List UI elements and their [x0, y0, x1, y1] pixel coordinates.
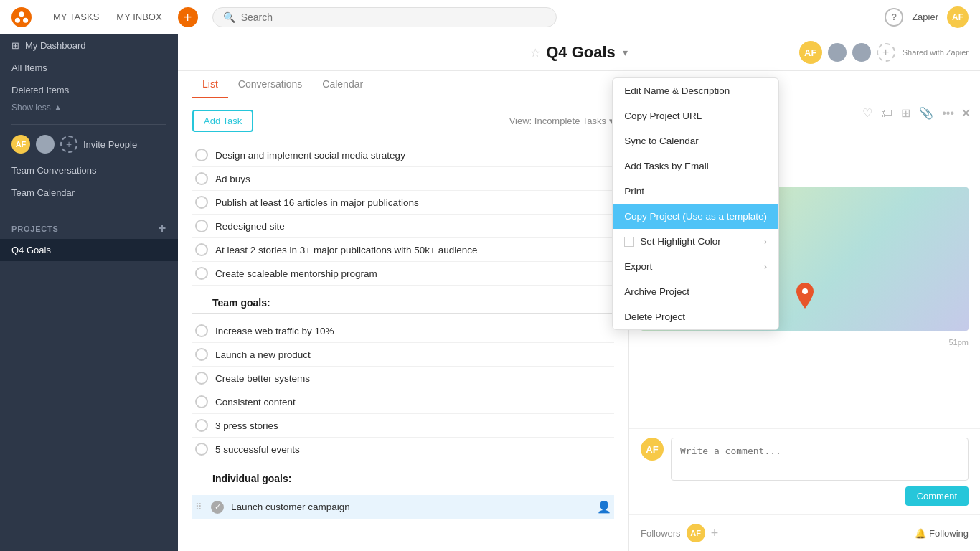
- projects-section: PROJECTS + Q4 Goals: [0, 209, 178, 261]
- my-tasks-link[interactable]: MY TASKS: [52, 9, 100, 25]
- add-task-button[interactable]: Add Task: [192, 110, 253, 132]
- task-item[interactable]: 5 successful events: [192, 438, 614, 461]
- project-dropdown-menu: Edit Name & Description Copy Project URL…: [612, 77, 779, 330]
- task-item[interactable]: Create scaleable mentorship program: [192, 262, 614, 286]
- task-check[interactable]: [195, 196, 208, 209]
- task-check[interactable]: [195, 419, 208, 432]
- task-actions: Add Task View: Incomplete Tasks ▾: [192, 110, 614, 132]
- menu-item-sync-calendar[interactable]: Sync to Calendar: [613, 128, 778, 154]
- team-goals-section-header: Team goals:: [212, 297, 614, 309]
- tag-icon[interactable]: 🏷: [879, 105, 895, 122]
- tab-list[interactable]: List: [192, 71, 228, 98]
- asana-logo[interactable]: [11, 7, 32, 27]
- task-item[interactable]: Redesigned site: [192, 215, 614, 238]
- sidebar-item-team-calendar[interactable]: Team Calendar: [0, 182, 178, 204]
- project-title: Q4 Goals: [546, 43, 616, 62]
- project-member-avatar-1: [828, 43, 847, 62]
- add-member-btn[interactable]: +: [877, 43, 895, 62]
- task-list-area: Add Task View: Incomplete Tasks ▾ Design…: [178, 98, 628, 551]
- menu-item-print[interactable]: Print: [613, 179, 778, 204]
- attach-icon[interactable]: 📎: [917, 104, 936, 122]
- grid-icon[interactable]: ⊞: [899, 104, 913, 122]
- task-check[interactable]: [195, 243, 208, 256]
- following-button[interactable]: 🔔 Following: [915, 528, 969, 539]
- task-item[interactable]: At least 2 stories in 3+ major publicati…: [192, 238, 614, 262]
- menu-item-export[interactable]: Export ›: [613, 254, 778, 279]
- star-icon[interactable]: ☆: [530, 46, 540, 60]
- svg-point-2: [15, 17, 20, 22]
- project-header: ☆ Q4 Goals ▾ AF + Shared with Zapier: [178, 34, 980, 71]
- task-check[interactable]: [195, 372, 208, 385]
- sidebar-item-deleted[interactable]: Deleted Items: [0, 79, 178, 101]
- followers-label: Followers: [641, 528, 681, 539]
- invite-people-label[interactable]: Invite People: [83, 139, 137, 150]
- comment-button[interactable]: Comment: [905, 486, 969, 506]
- sidebar-item-team-conversations[interactable]: Team Conversations: [0, 159, 178, 182]
- task-item[interactable]: Ad buys: [192, 167, 614, 191]
- search-bar: 🔍: [212, 7, 557, 27]
- task-check[interactable]: [195, 220, 208, 232]
- top-nav: MY TASKS MY INBOX + 🔍 ? Zapier AF: [0, 0, 980, 34]
- menu-item-delete[interactable]: Delete Project: [613, 304, 778, 329]
- my-inbox-link[interactable]: MY INBOX: [115, 9, 163, 25]
- task-check[interactable]: [195, 267, 208, 280]
- add-project-icon[interactable]: +: [159, 221, 166, 236]
- task-check[interactable]: [195, 443, 208, 456]
- task-check[interactable]: [195, 149, 208, 161]
- task-check[interactable]: [195, 172, 208, 185]
- timestamp-label: 51pm: [641, 338, 969, 347]
- comment-input[interactable]: [671, 438, 969, 481]
- menu-item-highlight-color[interactable]: Set Highlight Color ›: [613, 229, 778, 254]
- assign-icon[interactable]: 👤: [597, 500, 611, 514]
- project-menu-chevron[interactable]: ▾: [623, 47, 628, 58]
- menu-item-add-tasks-email[interactable]: Add Tasks by Email: [613, 154, 778, 179]
- user-avatar[interactable]: AF: [947, 6, 969, 28]
- task-check[interactable]: [195, 324, 208, 337]
- section-divider: [192, 313, 614, 314]
- project-owner-avatar: AF: [799, 41, 822, 64]
- task-item[interactable]: Launch a new product: [192, 343, 614, 367]
- close-icon[interactable]: ✕: [961, 105, 971, 121]
- svg-point-4: [802, 288, 808, 294]
- menu-item-copy-url[interactable]: Copy Project URL: [613, 103, 778, 128]
- task-check-completed[interactable]: ✓: [211, 501, 224, 514]
- follower-avatar: AF: [687, 524, 705, 542]
- menu-item-copy-template[interactable]: Copy Project (Use as a template): [613, 204, 778, 229]
- add-follower-icon[interactable]: +: [711, 526, 719, 541]
- help-button[interactable]: ?: [885, 8, 903, 27]
- section-divider: [192, 489, 614, 489]
- sidebar-item-dashboard[interactable]: ⊞ My Dashboard: [0, 34, 178, 57]
- color-box-icon: [624, 237, 634, 247]
- task-item[interactable]: 3 press stories: [192, 414, 614, 438]
- drag-handle-icon[interactable]: ⠿: [195, 501, 202, 512]
- more-icon[interactable]: •••: [940, 105, 956, 122]
- sidebar-divider: [11, 124, 166, 125]
- tab-calendar[interactable]: Calendar: [312, 71, 373, 98]
- search-input[interactable]: [241, 11, 546, 23]
- invite-plus-btn[interactable]: +: [60, 136, 77, 153]
- sidebar-item-q4-goals[interactable]: Q4 Goals: [0, 239, 178, 261]
- heart-icon[interactable]: ♡: [860, 104, 875, 122]
- sidebar-item-all-items[interactable]: All Items: [0, 57, 178, 79]
- commenter-avatar: AF: [641, 438, 664, 461]
- comment-actions: Comment: [641, 486, 969, 506]
- invite-people-section: AF + Invite People: [0, 129, 178, 159]
- menu-item-edit-name[interactable]: Edit Name & Description: [613, 78, 778, 103]
- task-check[interactable]: [195, 348, 208, 361]
- view-filter-btn[interactable]: View: Incomplete Tasks ▾: [509, 116, 614, 126]
- task-item[interactable]: Increase web traffic by 10%: [192, 319, 614, 343]
- task-item-highlighted[interactable]: ⠿ ✓ Launch customer campaign 👤: [192, 495, 614, 519]
- add-button[interactable]: +: [178, 7, 198, 27]
- task-item[interactable]: Publish at least 16 articles in major pu…: [192, 191, 614, 215]
- tab-conversations[interactable]: Conversations: [228, 71, 313, 98]
- task-item[interactable]: Design and implement social media strate…: [192, 143, 614, 167]
- menu-item-archive[interactable]: Archive Project: [613, 279, 778, 304]
- show-less-btn[interactable]: Show less ▲: [0, 101, 178, 120]
- header-right: AF + Shared with Zapier: [799, 41, 969, 64]
- project-member-avatar-2: [852, 43, 871, 62]
- task-item[interactable]: Create better systems: [192, 367, 614, 390]
- task-item[interactable]: Consistent content: [192, 390, 614, 414]
- task-check[interactable]: [195, 395, 208, 408]
- main-layout: ⊞ My Dashboard All Items Deleted Items S…: [0, 34, 980, 551]
- project-title-area: ☆ Q4 Goals ▾: [530, 43, 628, 62]
